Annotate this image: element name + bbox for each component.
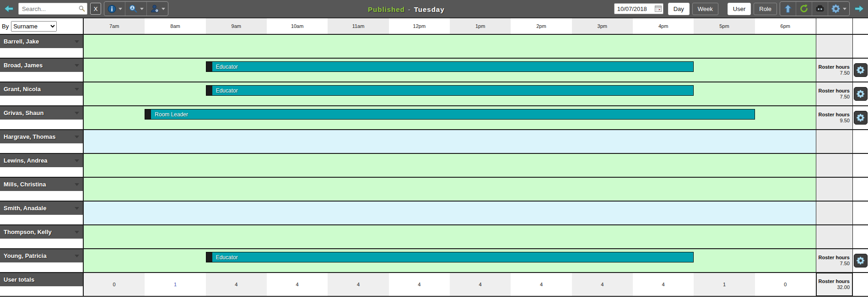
staff-name[interactable]: Broad, James xyxy=(0,59,83,72)
roster-hours-cell: Roster hours9.50 xyxy=(816,106,852,129)
forward-arrow-icon xyxy=(853,3,864,14)
staff-name[interactable]: Smith, Anadale xyxy=(0,202,83,215)
shift-track[interactable]: Educator xyxy=(84,82,816,105)
roster-hours-cell xyxy=(816,35,852,58)
shift-track[interactable]: Educator xyxy=(84,249,816,272)
clear-search-button[interactable]: X xyxy=(90,3,101,15)
staff-name[interactable]: Barrell, Jake xyxy=(0,35,83,48)
shift-track[interactable] xyxy=(84,35,816,58)
staff-name[interactable]: Thompson, Kelly xyxy=(0,225,83,239)
staff-name-column: Hargrave, Thomas xyxy=(0,130,84,153)
chevron-down-icon xyxy=(843,8,846,10)
shift-drag-handle[interactable] xyxy=(206,86,212,95)
calendar-icon[interactable] xyxy=(655,5,662,12)
chevron-down-icon xyxy=(75,183,79,186)
staff-row: Hargrave, Thomas xyxy=(0,130,868,154)
staff-name[interactable]: Young, Patricia xyxy=(0,249,83,262)
upload-button[interactable] xyxy=(780,2,796,16)
role-mode-button[interactable]: Role xyxy=(754,3,777,15)
row-settings-button[interactable] xyxy=(854,254,868,267)
chevron-down-icon xyxy=(140,8,144,10)
roster-header-cell xyxy=(816,18,852,34)
staff-name[interactable]: Grivas, Shaun xyxy=(0,106,83,120)
title-separator: - xyxy=(408,5,411,13)
staff-name-column: Smith, Anadale xyxy=(0,202,84,224)
staff-sub-cell xyxy=(0,96,83,105)
device-icon xyxy=(815,4,825,14)
shift-bar[interactable]: Educator xyxy=(206,61,694,72)
shift-track-cell xyxy=(84,154,816,177)
totals-gear-cell xyxy=(852,273,868,296)
settings-button[interactable] xyxy=(828,2,849,16)
shift-drag-handle[interactable] xyxy=(206,252,212,262)
hour-total: 0 xyxy=(755,273,816,296)
user-mode-button[interactable]: User xyxy=(728,3,751,15)
user-totals-row: User totals014444444410Roster hours32.00 xyxy=(0,273,868,297)
user-search-icon xyxy=(128,4,138,14)
user-lookup-button[interactable] xyxy=(147,2,168,16)
hour-total: 4 xyxy=(206,273,267,296)
forward-button[interactable] xyxy=(852,2,865,15)
shift-drag-handle[interactable] xyxy=(145,109,151,119)
roster-hours-cell: Roster hours7.50 xyxy=(816,82,852,105)
chevron-down-icon xyxy=(75,88,79,91)
shift-bar[interactable]: Educator xyxy=(206,252,694,262)
staff-sub-cell xyxy=(0,167,83,177)
back-button[interactable] xyxy=(3,2,16,15)
shift-bar[interactable]: Room Leader xyxy=(145,109,755,120)
roster-app: X xyxy=(0,0,868,300)
gear-header-cell xyxy=(852,18,868,34)
shift-track-cell: Room Leader xyxy=(84,106,816,129)
row-settings-button[interactable] xyxy=(854,87,868,101)
staff-name[interactable]: Grant, Nicola xyxy=(0,82,83,96)
actions-group xyxy=(780,1,850,16)
chevron-down-icon xyxy=(162,8,165,10)
back-arrow-icon xyxy=(4,3,15,14)
sort-select[interactable]: Surname xyxy=(11,21,57,32)
staff-row: Grivas, ShaunRoom LeaderRoster hours9.50 xyxy=(0,106,868,130)
staff-row: Thompson, Kelly xyxy=(0,225,868,249)
hour-header: 12pm xyxy=(389,18,450,34)
gear-cell xyxy=(852,130,868,153)
staff-row: Broad, JamesEducatorRoster hours7.50 xyxy=(0,59,868,82)
refresh-button[interactable] xyxy=(796,2,812,16)
week-view-button[interactable]: Week xyxy=(692,3,718,15)
shift-track[interactable]: Educator xyxy=(84,59,816,82)
toolbar-left: X xyxy=(3,1,168,16)
publish-status: Published xyxy=(368,5,405,13)
shift-track[interactable] xyxy=(84,154,816,177)
shift-bar[interactable]: Educator xyxy=(206,85,694,96)
day-view-button[interactable]: Day xyxy=(668,3,690,15)
shift-label: Educator xyxy=(212,254,238,261)
up-arrow-icon xyxy=(783,4,793,14)
gear-cell xyxy=(852,35,868,58)
shift-track[interactable] xyxy=(84,178,816,201)
roster-hours: Roster hours9.50 xyxy=(816,112,852,124)
staff-name[interactable]: Mills, Christina xyxy=(0,178,83,191)
chevron-down-icon xyxy=(75,159,79,162)
row-settings-button[interactable] xyxy=(854,63,868,77)
gear-cell xyxy=(852,82,868,105)
shift-track[interactable] xyxy=(84,130,816,153)
staff-name[interactable]: Lewins, Andrea xyxy=(0,154,83,167)
staff-name-column: Grivas, Shaun xyxy=(0,106,84,129)
hour-total: 4 xyxy=(267,273,328,296)
staff-name-column: Grant, Nicola xyxy=(0,82,84,105)
row-settings-button[interactable] xyxy=(854,111,868,125)
hour-header: 4pm xyxy=(633,18,694,34)
hour-total[interactable]: 1 xyxy=(145,273,205,296)
shift-track[interactable]: Room Leader xyxy=(84,106,816,129)
gear-icon xyxy=(831,4,841,14)
staff-sub-cell xyxy=(0,143,83,153)
user-badge-icon xyxy=(150,4,160,14)
shift-track[interactable] xyxy=(84,225,816,248)
device-button[interactable] xyxy=(812,2,828,16)
user-search-button[interactable] xyxy=(125,2,147,16)
staff-name[interactable]: Hargrave, Thomas xyxy=(0,130,83,143)
timeline-header: By Surname 7am8am9am10am11am12pm1pm2pm3p… xyxy=(0,18,868,35)
shift-drag-handle[interactable] xyxy=(206,62,212,71)
info-button[interactable] xyxy=(104,2,125,16)
gear-icon xyxy=(856,65,865,75)
search-input[interactable] xyxy=(18,3,87,15)
shift-track[interactable] xyxy=(84,202,816,224)
